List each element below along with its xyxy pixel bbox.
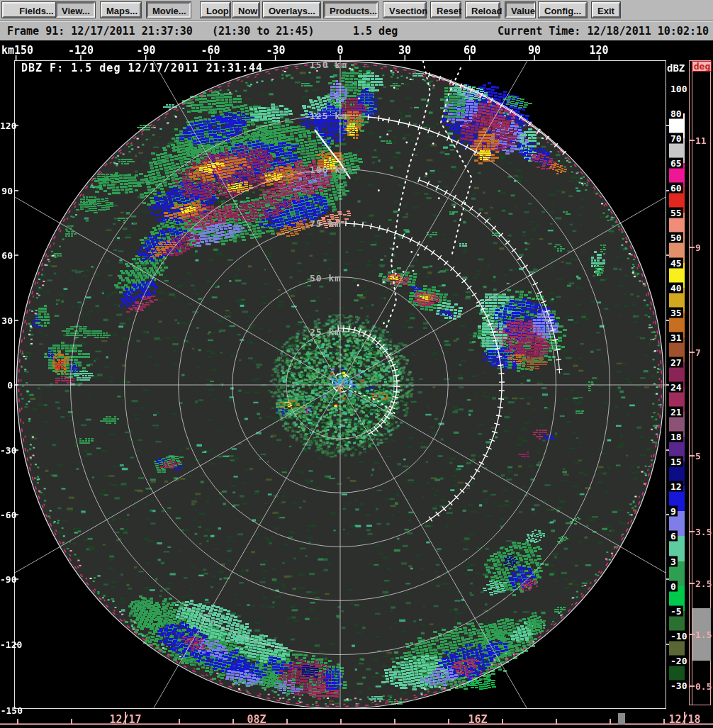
dbz-scale-label: 27 — [669, 357, 683, 367]
dbz-scale-label: 55 — [669, 208, 683, 218]
now-button[interactable]: Now — [232, 2, 259, 18]
deg-tick-label[interactable]: 2.5 — [695, 578, 712, 589]
time-axis-label[interactable]: 16Z — [468, 713, 487, 726]
dbz-scale-label: 60 — [669, 183, 683, 194]
radar-application-window: Fields... View... Maps... Movie... Loop … — [0, 0, 713, 728]
top-axis-label: 0 — [337, 44, 343, 57]
deg-tick-label[interactable]: 11 — [695, 135, 707, 146]
dbz-scale-label: 24 — [669, 381, 683, 392]
view-button[interactable]: View... — [56, 2, 95, 18]
field-annotation: DBZ F: 1.5 deg 12/17/2011 21:31:44 — [21, 62, 263, 74]
deg-tick — [690, 352, 695, 353]
loop-button[interactable]: Loop — [201, 2, 230, 18]
dbz-scale-label: 6 — [669, 531, 678, 542]
left-axis-label: -120 — [0, 639, 13, 650]
top-axis-label: 120 — [589, 44, 608, 57]
deg-tick — [690, 247, 695, 248]
top-axis-label: km150 — [1, 44, 33, 57]
toolbar: Fields... View... Maps... Movie... Loop … — [0, 0, 713, 21]
products-button[interactable]: Products... — [324, 2, 378, 18]
deg-tick — [690, 685, 695, 687]
dbz-scale-label: -20 — [669, 655, 688, 666]
time-axis-label[interactable]: 08Z — [247, 713, 266, 726]
left-axis-label: 0 — [0, 380, 13, 391]
maps-button[interactable]: Maps... — [101, 2, 141, 18]
dbz-scale-label: 15 — [669, 457, 683, 467]
dbz-scale-label: 50 — [669, 233, 683, 243]
overlays-button[interactable]: Overlays... — [263, 2, 320, 18]
dbz-scale-label: 3 — [669, 556, 678, 566]
time-axis-label[interactable]: 12/18 — [668, 713, 700, 726]
deg-tick — [690, 634, 695, 635]
deg-tick-label[interactable]: 1.5 — [695, 629, 712, 640]
top-axis-label: -60 — [201, 44, 220, 57]
deg-tick — [690, 583, 695, 584]
dbz-scale-label: 35 — [669, 307, 683, 318]
deg-tick — [690, 455, 695, 457]
left-axis-label: 30 — [0, 315, 13, 326]
time-frame-marker[interactable] — [618, 713, 625, 724]
frame-info: Frame 91: 12/17/2011 21:37:30 (21:30 to … — [7, 25, 314, 38]
dbz-scale-label: 31 — [669, 332, 683, 342]
reset-button[interactable]: Reset — [431, 2, 461, 18]
top-axis-label: -90 — [136, 44, 155, 57]
deg-tick — [690, 140, 695, 141]
reload-button[interactable]: Reload — [466, 2, 500, 18]
left-axis-label: -60 — [0, 510, 13, 520]
deg-tick-label[interactable]: 9 — [695, 242, 701, 253]
dbz-scale-label: 21 — [669, 407, 683, 418]
dbz-scale-label: 18 — [669, 432, 683, 442]
dbz-scale-label: 70 — [669, 133, 683, 144]
dbz-scale-label: 9 — [669, 506, 678, 517]
deg-tick — [690, 531, 695, 532]
dbz-scale-label: 12 — [669, 481, 683, 492]
dbz-scale-label: -30 — [669, 681, 688, 691]
dbz-scale-label: 100 — [669, 83, 688, 94]
value-button[interactable]: Value — [505, 2, 535, 18]
dbz-scale-label: 80 — [669, 108, 683, 119]
dbz-scale-label: 65 — [669, 158, 683, 169]
dbz-scale-label: -10 — [669, 630, 688, 641]
top-axis-label: -120 — [68, 44, 94, 57]
dbz-scale-label: 45 — [669, 257, 683, 268]
config-button[interactable]: Config... — [539, 2, 587, 18]
left-axis-label: 120 — [0, 121, 13, 131]
range-ring-label: 100 km — [310, 164, 347, 175]
range-ring-label: 150 km — [310, 60, 347, 70]
left-axis-label: 90 — [0, 186, 13, 196]
elevation-readout: 1.5 deg — [353, 25, 398, 38]
deg-tick-label[interactable]: 7 — [695, 347, 701, 358]
deg-tick-label[interactable]: 5 — [695, 451, 701, 461]
top-axis-label: -30 — [266, 44, 285, 57]
left-axis-label: -150 — [0, 705, 23, 716]
range-ring-label: 75 km — [310, 218, 341, 229]
top-axis-label: 30 — [398, 44, 411, 57]
top-axis-label: 90 — [528, 44, 541, 57]
dbz-scale-label: 0 — [669, 581, 678, 591]
left-axis-label: 60 — [0, 250, 13, 261]
top-axis-label: 60 — [464, 44, 476, 57]
deg-scale-title: deg — [692, 61, 712, 72]
status-header: Frame 91: 12/17/2011 21:37:30 (21:30 to … — [0, 21, 713, 40]
current-time: Current Time: 12/18/2011 10:02:10 — [498, 25, 709, 38]
time-axis-label[interactable]: 12/17 — [109, 713, 141, 726]
range-ring-label: 25 km — [310, 327, 341, 337]
dbz-scale-label: 40 — [669, 282, 683, 293]
movie-button[interactable]: Movie... — [147, 2, 191, 18]
range-ring-label: 50 km — [310, 273, 341, 284]
left-axis-label: -30 — [0, 445, 13, 456]
vsection-button[interactable]: Vsection — [383, 2, 426, 18]
dbz-scale-title: dBZ — [667, 62, 685, 74]
deg-tick-label[interactable]: 0.5 — [695, 681, 712, 692]
deg-tick-label[interactable]: 3.5 — [695, 527, 712, 537]
range-ring-label: 125 km — [310, 111, 347, 121]
dbz-scale-label: -5 — [669, 605, 683, 616]
radar-site-label: SPOL — [332, 376, 354, 387]
left-axis-label: -90 — [0, 574, 13, 585]
exit-button[interactable]: Exit — [592, 2, 620, 18]
